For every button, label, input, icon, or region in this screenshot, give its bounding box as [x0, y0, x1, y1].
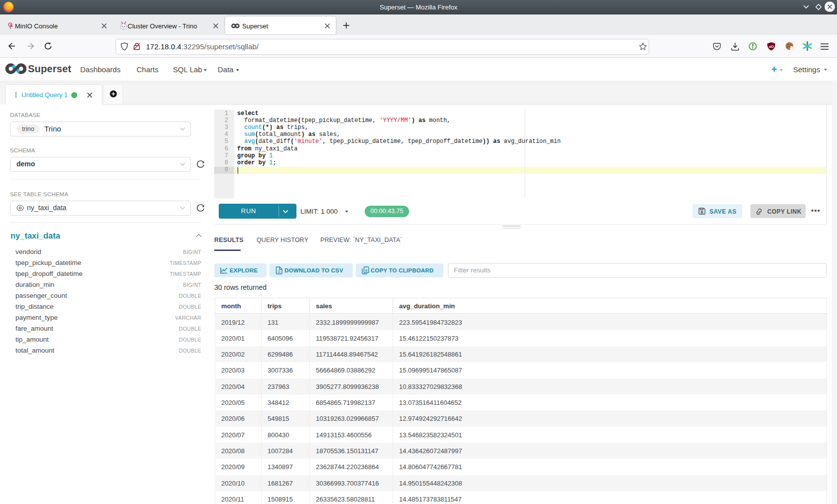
svg-text:uO: uO	[769, 45, 774, 48]
